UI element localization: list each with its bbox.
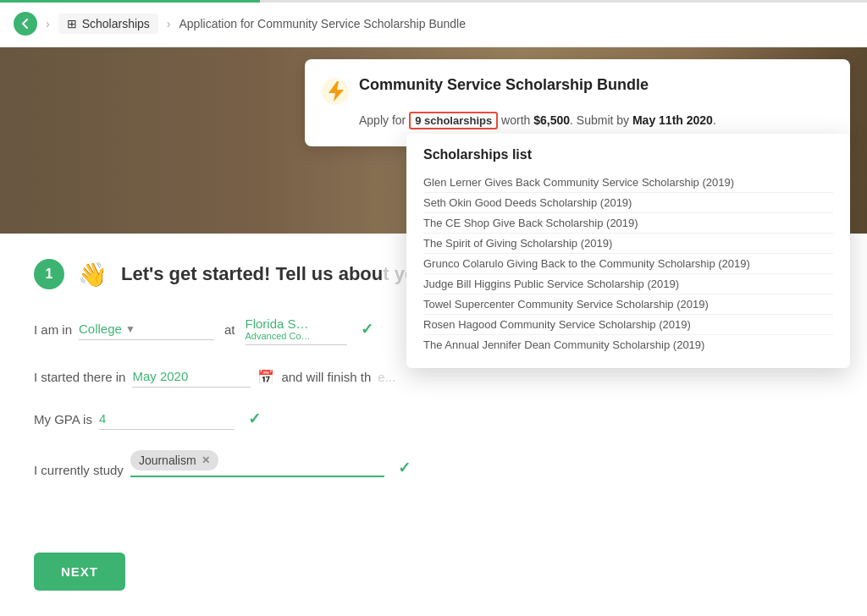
lightning-icon xyxy=(322,78,349,105)
tag-close-icon[interactable]: ✕ xyxy=(202,454,210,466)
back-button[interactable] xyxy=(14,12,37,36)
study-input-row: Journalism ✕ xyxy=(130,450,384,477)
calendar-icon[interactable]: 📅 xyxy=(257,369,274,385)
subtitle-mid: worth xyxy=(498,113,533,127)
subtitle-pre: Apply for xyxy=(359,113,409,127)
florida-sub: Advanced Co… xyxy=(246,331,347,341)
gpa-checkmark: ✓ xyxy=(248,410,261,428)
form-row-gpa: My GPA is ✓ xyxy=(34,408,833,430)
scholarships-label: Scholarships xyxy=(82,17,150,30)
gpa-label: My GPA is xyxy=(34,412,92,426)
list-item[interactable]: The Spirit of Giving Scholarship (2019) xyxy=(423,234,833,254)
list-item[interactable]: Seth Okin Good Deeds Scholarship (2019) xyxy=(423,193,833,213)
wave-icon: 👋 xyxy=(78,261,108,289)
scholarships-breadcrumb[interactable]: ⊞ Scholarships xyxy=(58,14,158,34)
form-row-dates: I started there in May 2020 📅 and will f… xyxy=(34,366,833,388)
college-dropdown[interactable]: College ▼ xyxy=(79,318,214,340)
scholarships-badge[interactable]: 9 scholarships xyxy=(409,112,498,129)
breadcrumb-separator-1: › xyxy=(44,17,52,30)
started-label: I started there in xyxy=(34,370,125,384)
journalism-label: Journalism xyxy=(139,454,196,467)
list-item[interactable]: Grunco Colarulo Giving Back to the Commu… xyxy=(423,254,833,274)
list-item[interactable]: Towel Supercenter Community Service Scho… xyxy=(423,294,833,315)
college-value: College xyxy=(79,322,122,336)
progress-bar-fill xyxy=(0,0,260,3)
list-item[interactable]: Judge Bill Higgins Public Service Schola… xyxy=(423,274,833,294)
deadline-suffix: . xyxy=(713,113,716,127)
finish-label-cont: e... xyxy=(378,370,395,384)
deadline: May 11th 2020 xyxy=(632,113,713,127)
gpa-input[interactable] xyxy=(99,408,235,430)
form-row-study: I currently study Journalism ✕ ✓ xyxy=(34,450,833,477)
next-button[interactable]: NEXT xyxy=(34,553,125,591)
scholarships-popup: Scholarships list Glen Lerner Gives Back… xyxy=(406,134,850,368)
grid-icon: ⊞ xyxy=(67,17,77,30)
list-item[interactable]: The CE Shop Give Back Scholarship (2019) xyxy=(423,213,833,234)
breadcrumb-text: Application for Community Service Schola… xyxy=(179,17,467,30)
college-checkmark: ✓ xyxy=(361,320,373,338)
list-item[interactable]: Rosen Hagood Community Service Scholarsh… xyxy=(423,315,833,335)
finish-label: and will finish th xyxy=(281,370,371,384)
banner-title-row: Community Service Scholarship Bundle xyxy=(322,76,830,105)
list-item[interactable]: The Annual Jennifer Dean Community Schol… xyxy=(423,335,833,355)
popup-title: Scholarships list xyxy=(423,147,833,162)
florida-field[interactable]: Florida S… Advanced Co… xyxy=(246,313,347,345)
chevron-down-icon: ▼ xyxy=(125,323,135,335)
start-date-field[interactable]: May 2020 xyxy=(132,366,251,388)
subtitle-end: . Submit by xyxy=(570,113,632,127)
topbar: › ⊞ Scholarships › Application for Commu… xyxy=(0,0,867,47)
banner-subtitle: Apply for 9 scholarships worth $6,500. S… xyxy=(359,112,830,129)
banner-title: Community Service Scholarship Bundle xyxy=(359,76,649,94)
florida-value: Florida S… xyxy=(246,316,347,331)
journalism-tag[interactable]: Journalism ✕ xyxy=(130,450,218,470)
study-checkmark: ✓ xyxy=(398,459,411,477)
breadcrumb-separator-2: › xyxy=(165,17,173,30)
step-circle: 1 xyxy=(34,259,64,289)
i-am-in-label: I am in xyxy=(34,322,72,337)
list-item[interactable]: Glen Lerner Gives Back Community Service… xyxy=(423,173,833,193)
scholarships-list: Glen Lerner Gives Back Community Service… xyxy=(423,173,833,355)
progress-bar xyxy=(0,0,867,3)
at-label: at xyxy=(221,322,239,337)
study-label: I currently study xyxy=(34,463,124,477)
amount: $6,500 xyxy=(533,113,570,127)
